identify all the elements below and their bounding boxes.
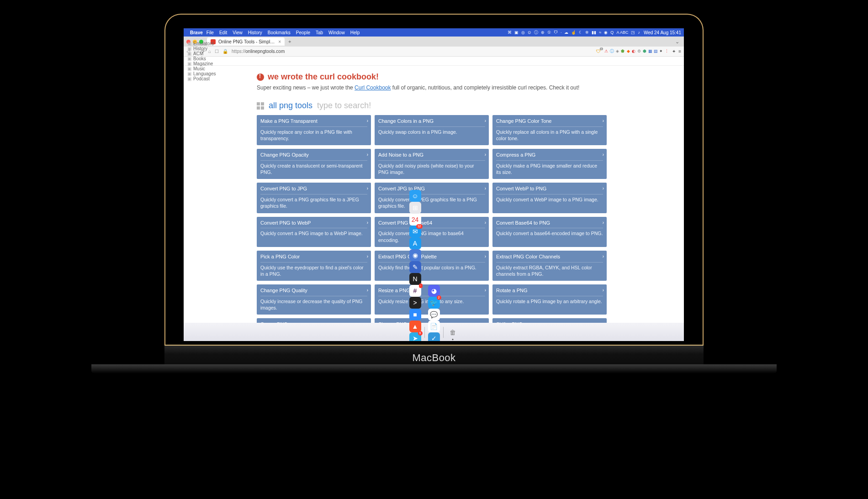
bookmark-music[interactable]: ▣Music (187, 66, 216, 71)
extension-icon[interactable]: ▦ (647, 48, 653, 54)
menu-window[interactable]: Window (328, 30, 345, 35)
dock-app-finder[interactable]: ☺ (409, 190, 421, 202)
extension-icon[interactable]: ◐ (631, 48, 636, 54)
bookmark-emulators[interactable]: ▣Emulators (187, 41, 216, 46)
dock-app-discord[interactable]: ◕ (428, 285, 440, 297)
status-icon[interactable]: ◎ (521, 30, 525, 35)
menu-people[interactable]: People (296, 30, 310, 35)
tool-card[interactable]: Shift a PNG›Quickly shift a PNG and swap… (492, 318, 607, 323)
extension-icon[interactable]: ◆ (625, 48, 631, 54)
tool-card[interactable]: Extract PNG Color Palette›Quickly find t… (375, 251, 489, 281)
extension-icon[interactable]: ⋮ (664, 48, 669, 54)
dock-app-twitter[interactable]: 🐦2 (428, 297, 440, 309)
tool-card[interactable]: Convert Base64 to PNG›Quickly convert a … (492, 217, 607, 247)
tool-card[interactable]: Change PNG Quality›Quickly increase or d… (257, 284, 371, 315)
dock-app-slack[interactable]: #· (409, 285, 421, 297)
bookmark-books[interactable]: ▣Books (187, 56, 216, 61)
tabs-dropdown-button[interactable]: ⌄ (675, 39, 684, 45)
status-icon[interactable]: ☝ (571, 30, 576, 35)
status-icon[interactable]: Q (610, 30, 614, 35)
tool-card[interactable]: Change PNG Color Tone›Quickly replace al… (492, 115, 607, 145)
status-icon[interactable]: ▣ (514, 30, 519, 35)
clock[interactable]: Wed 24 Aug 15:41 (644, 30, 681, 35)
dock-app-brave[interactable]: ▲ (409, 320, 421, 332)
status-icon[interactable]: ▮▮ (592, 30, 596, 35)
curl-cookbook-link[interactable]: Curl Cookbook (355, 84, 391, 91)
status-icon[interactable]: ☾ (579, 30, 582, 35)
dock-app-keynote[interactable]: ✎ (409, 261, 421, 273)
bookmark-languages[interactable]: ▣Languages (187, 71, 216, 76)
dock-app-telegram[interactable]: ➤9 (409, 332, 421, 341)
dock-app-zoom[interactable]: ■ (409, 309, 421, 320)
status-icon[interactable]: ⊙ (528, 30, 531, 35)
menu-history[interactable]: History (248, 30, 262, 35)
bookmark-magazine[interactable]: ▣Magazine (187, 61, 216, 66)
extension-icon[interactable]: ⚠ (603, 48, 609, 54)
dock-app-notion[interactable]: N (409, 273, 421, 285)
tool-card[interactable]: Change PNG Opacity›Quickly create a tran… (257, 149, 371, 179)
dock-app-stack[interactable]: 📄 (428, 320, 440, 332)
status-icon[interactable]: ⛉ (554, 30, 558, 35)
extension-icon[interactable]: ✦ (658, 48, 664, 54)
tool-card[interactable]: Compress a PNG›Quickly make a PNG image … (492, 149, 607, 179)
tool-card[interactable]: Convert WebP to PNG›Quickly convert a We… (492, 183, 607, 213)
tool-card[interactable]: Change Colors in a PNG›Quickly swap colo… (375, 115, 489, 145)
url-display[interactable]: https://onlinepngtools.com (232, 49, 285, 54)
menu-edit[interactable]: Edit (219, 30, 227, 35)
tool-card[interactable]: Make a PNG Transparent›Quickly replace a… (257, 115, 371, 145)
status-icon[interactable]: ≈ (599, 30, 601, 35)
dock-app-trash[interactable]: 🗑 (447, 326, 459, 338)
tool-card[interactable]: Rotate a PNG›Quickly rotate a PNG image … (492, 284, 607, 315)
status-icon[interactable]: ① (547, 30, 551, 35)
tool-card[interactable]: Convert PNG to Base64›Quickly convert a … (375, 217, 489, 247)
tool-card[interactable]: Pick a PNG Color›Quickly use the eyedrop… (257, 251, 371, 281)
extensions-button[interactable]: ✦ (672, 49, 676, 54)
browser-tab[interactable]: Online PNG Tools - Simple, fre × (207, 37, 285, 46)
tool-card[interactable]: Add Noise to a PNG›Quickly add noisy pix… (375, 149, 489, 179)
status-icon[interactable]: ✲ (585, 30, 589, 35)
dock-app-todo2[interactable]: ✓ (428, 332, 440, 341)
status-icon[interactable]: ⌘ (508, 30, 512, 35)
status-icon[interactable]: A ABC (616, 30, 628, 35)
close-tab-button[interactable]: × (278, 39, 281, 44)
status-icon[interactable]: ⓘ (534, 30, 538, 35)
status-icon[interactable]: ◳ (631, 30, 635, 35)
menu-view[interactable]: View (233, 30, 243, 35)
status-icon[interactable]: ☁ (564, 30, 568, 35)
menu-tab[interactable]: Tab (316, 30, 323, 35)
tool-card[interactable]: Convert PNG to WebP›Quickly convert a PN… (257, 217, 371, 247)
app-menu[interactable]: Brave (190, 30, 203, 35)
extension-icon[interactable]: ⬢ (642, 48, 647, 54)
tool-card[interactable]: Convert JPG to PNG›Quickly convert a JPE… (375, 183, 489, 213)
status-icon[interactable]: ⊛ (541, 30, 545, 35)
tool-card[interactable]: Convert PNG to JPG›Quickly convert a PNG… (257, 183, 371, 213)
bookmark-history[interactable]: ▣History (187, 46, 216, 51)
menu-button[interactable]: ≡ (678, 49, 681, 54)
extension-icon[interactable]: ⚙ (636, 48, 642, 54)
dock-app-calendar[interactable]: 24 (409, 214, 421, 226)
brave-shield-icon[interactable]: 🛡0 (596, 49, 601, 54)
status-icon[interactable]: ◉ (604, 30, 608, 35)
dock-app-appstore[interactable]: A (409, 237, 421, 249)
dock-app-globe[interactable]: ◉ (409, 249, 421, 261)
extension-icon[interactable]: ▤ (653, 48, 658, 54)
tool-card[interactable]: Crop a PNG›Quickly crop a PNG image. (257, 318, 371, 323)
bookmark-acm[interactable]: ▣ACM (187, 51, 216, 56)
search-input[interactable] (317, 101, 423, 110)
dock-app-mail[interactable]: ✉32 (409, 226, 421, 237)
dock-app-launchpad[interactable]: ⊞ (409, 202, 421, 214)
dock-app-chat[interactable]: 💬 (428, 309, 440, 320)
extension-icon[interactable]: ⬟ (620, 48, 625, 54)
lock-icon[interactable]: 🔒 (222, 49, 228, 54)
tool-card[interactable]: Extract PNG Color Channels›Quickly extra… (492, 251, 607, 281)
menu-file[interactable]: File (206, 30, 214, 35)
bookmark-podcast[interactable]: ▣Podcast (187, 76, 216, 81)
status-icon[interactable]: ♪ (638, 30, 640, 35)
menu-help[interactable]: Help (350, 30, 360, 35)
new-tab-button[interactable]: + (288, 39, 291, 44)
extension-icon[interactable]: ⓘ (609, 49, 614, 54)
status-icon[interactable]: · (561, 30, 562, 35)
menu-bookmarks[interactable]: Bookmarks (268, 30, 291, 35)
dock-app-terminal[interactable]: > (409, 297, 421, 309)
extension-icon[interactable]: ◈ (614, 48, 620, 54)
